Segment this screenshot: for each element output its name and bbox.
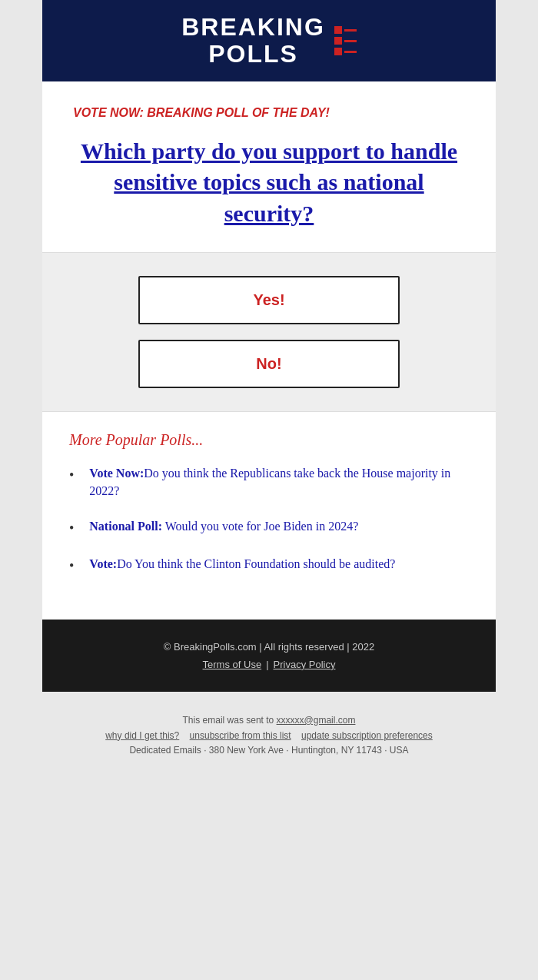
email-footer-sent: This email was sent to xxxxxx@gmail.com [15,715,523,726]
why-link[interactable]: why did I get this? [105,730,179,741]
poll-link-3-text: Do You think the Clinton Foundation shou… [117,557,395,570]
icon-line-3 [344,51,357,53]
no-button[interactable]: No! [138,340,400,388]
poll-link-1-label: Vote Now: [89,467,144,480]
poll-link-2-label: National Poll: [89,520,162,533]
buttons-section: Yes! No! [42,253,496,411]
email-footer-address: Dedicated Emails · 380 New York Ave · Hu… [15,745,523,756]
poll-link-3[interactable]: Vote:Do You think the Clinton Foundation… [89,555,395,573]
privacy-policy-link[interactable]: Privacy Policy [274,659,336,670]
list-item: National Poll: Would you vote for Joe Bi… [69,517,469,538]
email-footer: This email was sent to xxxxxx@gmail.com … [0,692,538,771]
email-container: BREAKING POLLS [42,0,496,692]
vote-now-emphasis: BREAKING POLL OF THE DAY! [147,106,330,119]
page-wrapper: BREAKING POLLS [0,0,538,771]
poll-link-3-label: Vote: [89,557,117,570]
header-logo: BREAKING POLLS [181,14,357,68]
vote-now-prefix: VOTE NOW: [73,106,147,119]
email-footer-manage-links: why did I get this? unsubscribe from thi… [15,730,523,741]
poll-title-section: VOTE NOW: BREAKING POLL OF THE DAY! Whic… [42,81,496,253]
footer-links: Terms of Use | Privacy Policy [58,659,480,670]
polls-list: Vote Now:Do you think the Republicans ta… [69,464,469,576]
poll-question: Which party do you support to handle sen… [73,136,465,230]
more-polls-section: More Popular Polls... Vote Now:Do you th… [42,411,496,620]
header: BREAKING POLLS [42,0,496,81]
footer-copyright: © BreakingPolls.com | All rights reserve… [58,641,480,653]
more-polls-title: More Popular Polls... [69,431,469,449]
vote-now-label: VOTE NOW: BREAKING POLL OF THE DAY! [73,105,465,121]
unsubscribe-link[interactable]: unsubscribe from this list [190,730,291,741]
terms-of-use-link[interactable]: Terms of Use [203,659,262,670]
sent-prefix-text: This email was sent to [183,715,277,726]
footer-pipe: | [266,659,268,670]
poll-link-1-text: Do you think the Republicans take back t… [89,467,450,497]
list-item: Vote Now:Do you think the Republicans ta… [69,464,469,500]
logo-text: BREAKING POLLS [181,14,325,68]
icon-square-1 [334,26,342,34]
icon-square-3 [334,48,342,55]
list-item: Vote:Do You think the Clinton Foundation… [69,555,469,576]
icon-line-2 [344,40,357,42]
icon-line-1 [344,29,357,32]
poll-link-2[interactable]: National Poll: Would you vote for Joe Bi… [89,517,358,535]
poll-link-2-text: Would you vote for Joe Biden in 2024? [162,520,358,533]
update-prefs-link[interactable]: update subscription preferences [301,730,433,741]
poll-link-1[interactable]: Vote Now:Do you think the Republicans ta… [89,464,469,500]
yes-button[interactable]: Yes! [138,276,400,324]
footer: © BreakingPolls.com | All rights reserve… [42,620,496,692]
icon-square-2 [334,37,342,45]
email-address-link[interactable]: xxxxxx@gmail.com [277,715,356,726]
logo-icon [334,26,357,55]
